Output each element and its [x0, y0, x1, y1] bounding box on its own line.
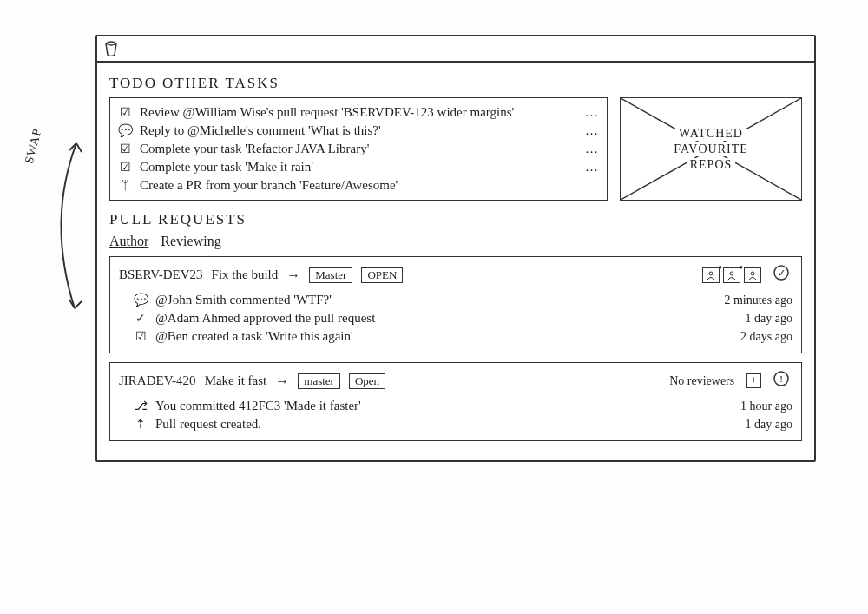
activity-type-icon: ⇡ [133, 417, 148, 432]
window-content: TODOOTHER TASKS ☑Review @William Wise's … [97, 63, 814, 460]
tab-author[interactable]: Author [109, 234, 148, 249]
reviewer-avatars[interactable] [702, 267, 761, 283]
arrow-icon: → [275, 373, 289, 389]
activity-time: 2 minutes ago [688, 294, 792, 307]
pull-requests-heading: PULL REQUESTS [109, 211, 802, 228]
tasks-panel: ☑Review @William Wise's pull request 'BS… [109, 97, 608, 201]
activity-row[interactable]: ⇡Pull request created.1 day ago [119, 415, 792, 433]
activity-text: Pull request created. [155, 417, 681, 432]
arrow-icon: → [286, 267, 300, 283]
task-row[interactable]: ᛘCreate a PR from your branch 'Feature/A… [117, 176, 600, 195]
pr-title: Fix the build [212, 267, 279, 282]
activity-type-icon: ☑ [133, 329, 148, 344]
pr-state-tag: Open [349, 373, 385, 389]
task-overflow-icon[interactable]: … [581, 105, 600, 120]
repos-label-2: FAVOURITE [670, 142, 752, 156]
task-row[interactable]: ☑Complete your task 'Refactor JAVA Libra… [117, 140, 600, 158]
target-branch-tag[interactable]: master [298, 373, 340, 389]
svg-text:✓: ✓ [778, 267, 786, 278]
activity-row[interactable]: ⎇You committed 412FC3 'Made it faster'1 … [119, 397, 792, 415]
task-row[interactable]: ☑Complete your task 'Make it rain'… [117, 158, 600, 176]
avatar-icon[interactable] [702, 267, 720, 283]
titlebar [97, 36, 814, 63]
task-text: Reply to @Michelle's comment 'What is th… [140, 123, 574, 138]
task-row[interactable]: 💬Reply to @Michelle's comment 'What is t… [117, 122, 600, 140]
activity-type-icon: ✓ [133, 311, 148, 326]
pr-tabs: AuthorReviewing [109, 234, 802, 249]
activity-time: 1 day ago [688, 312, 792, 326]
app-logo-icon [104, 41, 118, 61]
pr-key: BSERV-DEV23 [119, 267, 203, 282]
repos-label-3: REPOS [687, 158, 736, 172]
watched-repos-panel[interactable]: WATCHED FAVOURITE REPOS [620, 97, 802, 201]
activity-time: 2 days ago [688, 330, 792, 344]
activity-time: 1 hour ago [688, 399, 792, 413]
avatar-icon[interactable] [723, 267, 740, 283]
pull-request-list: BSERV-DEV23Fix the build→MasterOPEN✓💬@Jo… [109, 256, 802, 441]
task-overflow-icon[interactable]: … [581, 142, 600, 156]
branch-icon: ᛘ [117, 179, 133, 193]
activity-text: @Adam Ahmed approved the pull request [155, 311, 681, 326]
tab-reviewing[interactable]: Reviewing [161, 234, 220, 249]
app-window: TODOOTHER TASKS ☑Review @William Wise's … [95, 35, 816, 462]
pull-request-card[interactable]: BSERV-DEV23Fix the build→MasterOPEN✓💬@Jo… [109, 256, 802, 353]
task-text: Complete your task 'Refactor JAVA Librar… [140, 142, 574, 156]
reply-icon: 💬 [117, 123, 133, 138]
activity-row[interactable]: ☑@Ben created a task 'Write this again'2… [119, 327, 792, 346]
no-reviewers-label: No reviewers [669, 374, 734, 388]
task-row[interactable]: ☑Review @William Wise's pull request 'BS… [117, 103, 600, 122]
activity-text: You committed 412FC3 'Made it faster' [155, 399, 681, 413]
task-text: Complete your task 'Make it rain' [140, 160, 574, 175]
avatar-icon[interactable] [744, 267, 761, 283]
pr-header: BSERV-DEV23Fix the build→MasterOPEN✓ [119, 264, 792, 286]
pr-state-tag: OPEN [361, 267, 403, 283]
pr-key: JIRADEV-420 [119, 373, 196, 388]
activity-row[interactable]: 💬@John Smith commented 'WTF?'2 minutes a… [119, 291, 792, 309]
pull-request-card[interactable]: JIRADEV-420Make it fast→masterOpenNo rev… [109, 362, 802, 441]
pr-title: Make it fast [205, 373, 267, 388]
task-text: Create a PR from your branch 'Feature/Aw… [140, 178, 574, 193]
activity-row[interactable]: ✓@Adam Ahmed approved the pull request1 … [119, 309, 792, 327]
activity-type-icon: ⎇ [133, 399, 148, 413]
swap-arrow-icon [42, 135, 89, 317]
pr-header: JIRADEV-420Make it fast→masterOpenNo rev… [119, 370, 792, 392]
task-icon: ☑ [117, 142, 133, 156]
other-tasks-heading: TODOOTHER TASKS [109, 75, 802, 92]
review-icon: ☑ [117, 105, 133, 120]
svg-text:!: ! [779, 373, 783, 384]
add-reviewer-button[interactable]: + [746, 373, 761, 388]
svg-point-2 [709, 272, 713, 275]
task-overflow-icon[interactable]: … [581, 160, 600, 175]
task-icon: ☑ [117, 160, 133, 175]
pr-status-icon: ! [770, 370, 792, 392]
task-text: Review @William Wise's pull request 'BSE… [140, 105, 574, 120]
activity-text: @Ben created a task 'Write this again' [155, 329, 681, 344]
pr-status-icon: ✓ [770, 264, 792, 286]
repos-label-1: WATCHED [675, 127, 746, 141]
svg-point-4 [751, 272, 754, 275]
target-branch-tag[interactable]: Master [309, 267, 352, 283]
activity-text: @John Smith commented 'WTF?' [155, 293, 681, 307]
activity-time: 1 day ago [688, 418, 792, 432]
svg-point-3 [730, 272, 733, 275]
task-overflow-icon[interactable]: … [581, 123, 600, 138]
activity-type-icon: 💬 [133, 293, 148, 307]
